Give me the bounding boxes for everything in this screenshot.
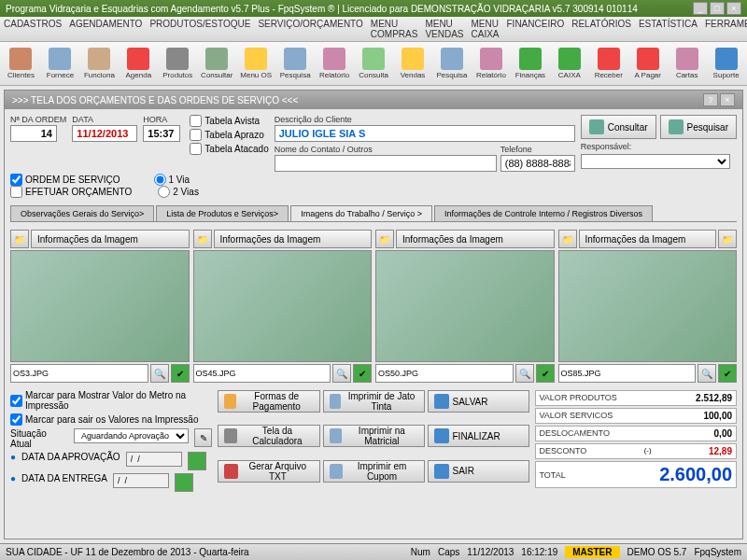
finalizar-button[interactable]: FINALIZAR — [428, 425, 529, 447]
toolbar-pesquisa[interactable]: Pesquisa — [276, 44, 315, 83]
image-thumbnail[interactable] — [375, 250, 555, 362]
toolbar-a pagar[interactable]: A Pagar — [628, 44, 667, 83]
data-input[interactable] — [72, 125, 137, 142]
gerar-txt-button[interactable]: Gerar Arquivo TXT — [218, 460, 319, 483]
image-thumbnail[interactable] — [10, 250, 190, 362]
zoom-icon[interactable]: 🔍 — [332, 364, 351, 383]
toolbar-caixa[interactable]: CAIXA — [550, 44, 588, 83]
image-info-button[interactable]: Informações da Imagem — [31, 230, 190, 248]
check-valores[interactable] — [10, 413, 22, 426]
folder-icon[interactable]: 📁 — [10, 230, 29, 248]
via1-radio[interactable] — [154, 174, 166, 186]
toolbar-vendas[interactable]: Vendas — [394, 44, 432, 83]
ordem-servico-check[interactable] — [10, 174, 22, 186]
tabela-aprazo-check[interactable] — [190, 129, 202, 141]
toolbar-funciona[interactable]: Funciona — [80, 44, 119, 83]
situacao-label: Situação Atual — [10, 428, 68, 449]
menu-cadastros[interactable]: CADASTROS — [4, 19, 62, 39]
ok-icon[interactable]: ✔ — [171, 364, 190, 383]
image-info-button[interactable]: Informações da Imagem — [214, 230, 373, 248]
toolbar-relatório[interactable]: Relatório — [316, 44, 354, 83]
image-name-input[interactable] — [193, 364, 331, 383]
toolbar-menu os[interactable]: Menu OS — [237, 44, 275, 83]
menu-vendas[interactable]: MENU VENDAS — [425, 19, 463, 39]
hora-input[interactable] — [143, 125, 180, 142]
folder-icon[interactable]: 📁 — [558, 230, 577, 248]
maximize-icon[interactable]: □ — [710, 2, 725, 15]
tab-imagens[interactable]: Imagens do Trabalho / Serviço > — [290, 205, 432, 221]
tabela-avista-check[interactable] — [190, 115, 202, 127]
zoom-icon[interactable]: 🔍 — [698, 364, 716, 383]
desc-cliente-input[interactable] — [275, 125, 575, 142]
imprimir-jato-button[interactable]: Imprimir de Jato Tinta — [323, 390, 425, 413]
menu-compras[interactable]: MENU COMPRAS — [371, 19, 418, 39]
sair-button[interactable]: SAIR — [428, 460, 529, 483]
salvar-button[interactable]: SALVAR — [428, 390, 529, 413]
toolbar-receber[interactable]: Receber — [589, 44, 627, 83]
toolbar-suporte[interactable]: Suporte — [707, 44, 745, 83]
close-icon[interactable]: × — [726, 2, 741, 15]
tabela-atacado-check[interactable] — [190, 143, 202, 155]
toolbar-agenda[interactable]: Agenda — [120, 44, 158, 83]
tab-observacoes[interactable]: Observações Gerais do Serviço> — [10, 205, 154, 221]
pesquisar-button[interactable]: Pesquisar — [660, 115, 737, 139]
image-info-button[interactable]: Informações da Imagem — [396, 230, 555, 248]
image-name-input[interactable] — [375, 364, 514, 383]
imprimir-cupom-button[interactable]: Imprimir em Cupom — [323, 460, 425, 483]
menu-estatistica[interactable]: ESTATÍSTICA — [639, 19, 698, 39]
image-name-input[interactable] — [10, 364, 148, 383]
folder-icon[interactable]: 📁 — [193, 230, 212, 248]
toolbar-finanças[interactable]: Finanças — [511, 44, 549, 83]
folder-icon[interactable]: 📁 — [718, 230, 737, 248]
toolbar-pesquisa[interactable]: Pesquisa — [432, 44, 471, 83]
menu-agendamento[interactable]: AGENDAMENTO — [69, 19, 142, 39]
imprimir-matricial-button[interactable]: Imprimir na Matricial — [323, 425, 425, 447]
contato-input[interactable] — [275, 155, 497, 172]
inner-close-icon[interactable]: × — [720, 93, 735, 106]
consultar-button[interactable]: Consultar — [581, 115, 656, 139]
check-metro[interactable] — [10, 395, 22, 407]
formas-pagamento-button[interactable]: Formas de Pagamento — [218, 390, 319, 413]
valor-produtos-value: 2.512,89 — [696, 393, 732, 403]
telefone-input[interactable] — [500, 155, 575, 172]
toolbar-clientes[interactable]: Clientes — [2, 44, 40, 83]
calendar-icon[interactable] — [175, 473, 193, 492]
situacao-select[interactable]: Aguardando Aprovação — [74, 428, 189, 443]
situacao-edit-icon[interactable]: ✎ — [194, 428, 212, 447]
efetuar-orc-check[interactable] — [10, 186, 22, 198]
menu-financeiro[interactable]: FINANCEIRO — [507, 19, 565, 39]
menu-servico[interactable]: SERVIÇO/ORÇAMENTO — [258, 19, 362, 39]
ok-icon[interactable]: ✔ — [353, 364, 372, 383]
help-icon[interactable]: ? — [703, 93, 718, 106]
calculadora-button[interactable]: Tela da Calculadora — [218, 425, 319, 447]
zoom-icon[interactable]: 🔍 — [150, 364, 169, 383]
menu-produtos[interactable]: PRODUTOS/ESTOQUE — [149, 19, 250, 39]
image-thumbnail[interactable] — [558, 250, 738, 362]
toolbar-cartas[interactable]: Cartas — [668, 44, 706, 83]
menu-relatorios[interactable]: RELATÓRIOS — [571, 19, 631, 39]
minimize-icon[interactable]: _ — [693, 2, 708, 15]
via2-radio[interactable] — [158, 186, 170, 198]
image-name-input[interactable] — [558, 364, 697, 383]
data-entrega-input[interactable] — [113, 473, 169, 488]
folder-icon[interactable]: 📁 — [375, 230, 394, 248]
calculator-icon — [224, 428, 237, 443]
toolbar-fornece[interactable]: Fornece — [41, 44, 79, 83]
toolbar-produtos[interactable]: Produtos — [159, 44, 197, 83]
menu-caixa[interactable]: MENU CAIXA — [472, 19, 500, 39]
image-info-button[interactable]: Informações da Imagem — [579, 230, 717, 248]
tab-controle[interactable]: Informações de Controle Interno / Regist… — [434, 205, 653, 221]
toolbar-consultar[interactable]: Consultar — [198, 44, 236, 83]
menu-ferramentas[interactable]: FERRAMENTAS — [705, 19, 747, 39]
responsavel-select[interactable] — [581, 154, 730, 169]
ok-icon[interactable]: ✔ — [536, 364, 555, 383]
ok-icon[interactable]: ✔ — [718, 364, 737, 383]
image-thumbnail[interactable] — [193, 250, 373, 362]
data-aprovacao-input[interactable] — [126, 452, 182, 467]
zoom-icon[interactable]: 🔍 — [515, 364, 534, 383]
toolbar-consulta[interactable]: Consulta — [355, 44, 393, 83]
ordem-input[interactable] — [10, 125, 57, 142]
tab-produtos[interactable]: Lista de Produtos e Serviços> — [156, 205, 289, 221]
calendar-icon[interactable] — [188, 452, 206, 470]
toolbar-relatório[interactable]: Relatório — [472, 44, 510, 83]
